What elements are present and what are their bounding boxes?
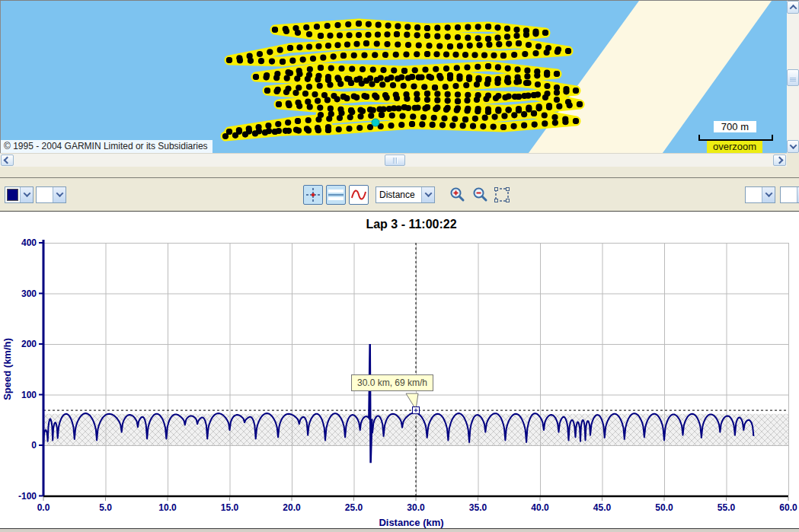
track-point: [485, 24, 491, 30]
track-point: [452, 52, 459, 58]
dropdown-arrow-icon[interactable]: [53, 187, 66, 202]
track-point: [434, 33, 440, 40]
track-point: [293, 127, 299, 133]
track-point: [314, 24, 320, 30]
track-point: [434, 91, 440, 97]
track-point: [491, 123, 497, 129]
x-tick-label: 30.0: [407, 502, 425, 513]
thumb-grip: [790, 78, 796, 78]
track-point: [356, 125, 363, 131]
track-point: [242, 132, 248, 138]
selected-track-point: [372, 119, 379, 126]
combo-value: [781, 187, 797, 202]
track-point: [414, 51, 420, 57]
series-color-picker[interactable]: [5, 186, 34, 203]
track-point: [532, 30, 539, 37]
track-point: [475, 75, 481, 81]
vscroll-thumb[interactable]: [787, 69, 799, 86]
track-point: [412, 67, 418, 73]
track-point: [567, 102, 573, 108]
track-point: [346, 32, 352, 38]
series-select-combo[interactable]: [36, 186, 66, 203]
track-point: [272, 129, 278, 135]
bands-icon: [328, 186, 344, 203]
track-point: [269, 59, 275, 65]
dropdown-arrow-icon[interactable]: [762, 187, 775, 202]
x-axis-combo[interactable]: Distance: [376, 186, 435, 203]
track-point: [506, 40, 512, 46]
track-point: [521, 111, 527, 117]
track-point: [494, 35, 500, 41]
track-point: [262, 129, 268, 135]
zoom-out-button[interactable]: [472, 186, 489, 203]
track-point: [334, 42, 340, 48]
track-point: [434, 25, 440, 31]
track-point: [426, 43, 432, 49]
track-point: [504, 26, 510, 32]
track-point: [476, 42, 482, 48]
track-point: [544, 83, 550, 89]
track-point: [501, 113, 507, 119]
hscroll-thumb[interactable]: [385, 155, 405, 166]
track-point: [395, 23, 401, 29]
track-point: [457, 43, 463, 49]
x-tick-label: 25.0: [345, 502, 363, 513]
curve-icon: [350, 186, 367, 203]
track-point: [443, 51, 449, 57]
track-point: [491, 53, 497, 59]
zoom-in-button[interactable]: [449, 186, 466, 203]
track-point: [384, 31, 390, 37]
scroll-left-button[interactable]: [1, 155, 14, 166]
zoom-selection-button[interactable]: [494, 186, 510, 203]
track-point: [388, 123, 394, 129]
track-point: [334, 96, 340, 102]
right-combo-1[interactable]: [745, 186, 775, 203]
chart-panel[interactable]: 4003002001000-1000.05.010.015.020.025.03…: [0, 212, 799, 532]
track-point: [315, 73, 321, 79]
crosshair-toggle-button[interactable]: [303, 185, 323, 205]
track-point: [412, 105, 418, 111]
track-point: [283, 28, 289, 34]
track-point: [363, 78, 369, 84]
track-point: [436, 73, 443, 79]
track-point: [573, 118, 579, 124]
bands-toggle-button[interactable]: [326, 185, 346, 205]
track-point: [526, 105, 532, 111]
track-point: [340, 53, 347, 59]
dropdown-arrow-icon[interactable]: [20, 187, 33, 202]
track-point: [523, 80, 529, 86]
track-point: [405, 42, 411, 48]
track-point: [222, 133, 229, 139]
track-point: [384, 94, 390, 100]
track-point: [544, 49, 550, 56]
right-combo-2[interactable]: [780, 186, 799, 203]
track-point: [424, 91, 430, 97]
track-point: [409, 121, 415, 127]
track-point: [365, 32, 371, 38]
track-point: [273, 75, 280, 81]
track-point: [505, 65, 511, 72]
axis-ticks: [39, 243, 788, 501]
track-point: [327, 33, 333, 39]
map-view[interactable]: © 1995 - 2004 GARMIN Limited or its Subs…: [0, 1, 787, 153]
scroll-right-button[interactable]: [773, 155, 786, 166]
chart-svg[interactable]: 4003002001000-1000.05.010.015.020.025.03…: [0, 212, 799, 528]
track-point: [283, 89, 289, 95]
scroll-down-button[interactable]: [787, 140, 799, 153]
curve-toggle-button[interactable]: [349, 185, 369, 205]
track-point: [325, 43, 331, 49]
scroll-up-button[interactable]: [787, 1, 799, 14]
map-horizontal-scrollbar[interactable]: [0, 153, 787, 167]
dropdown-arrow-icon[interactable]: [421, 187, 434, 202]
combo-value: Distance: [376, 187, 421, 202]
track-point: [554, 71, 560, 77]
track-point: [404, 24, 411, 30]
track-point: [475, 35, 481, 41]
track-point: [531, 92, 537, 98]
track-point: [318, 33, 324, 39]
track-point: [554, 90, 560, 96]
track-point: [514, 66, 520, 72]
map-vertical-scrollbar[interactable]: [787, 1, 799, 153]
track-point: [302, 91, 308, 97]
track-point: [346, 126, 352, 132]
